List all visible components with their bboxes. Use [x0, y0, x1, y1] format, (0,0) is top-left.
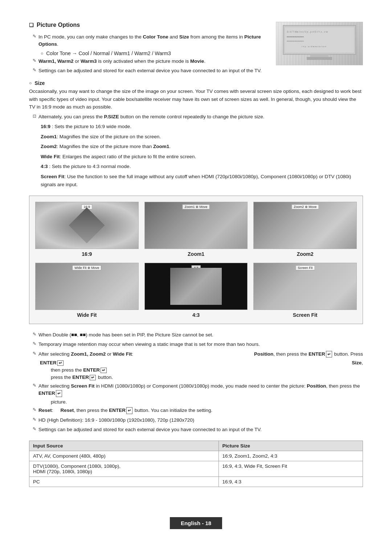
size-paragraph: Occasionally, you may want to change the…	[29, 87, 363, 111]
reset-note: ✎ Reset: Reset, then press the ENTER↵ bu…	[29, 407, 363, 414]
after-note-1: ✎ When Double (■■, ■■) mode has been set…	[29, 331, 363, 339]
note-icon-1: ✎	[33, 34, 36, 39]
size-option-zoom1: Zoom1: Magnifies the size of the picture…	[41, 133, 363, 141]
zoom-note-text: After selecting Zoom1, Zoom2 or Wide Fit…	[38, 351, 363, 358]
image-item-screenfit: Screen Fit Screen Fit	[253, 263, 357, 318]
note-3-text: Settings can be adjusted and stored for …	[38, 67, 262, 74]
screen-preview-zoom2: Zoom2 ⊕ Move	[253, 202, 357, 249]
section-title-text: Picture Options	[37, 22, 80, 28]
after-images-notes: ✎ When Double (■■, ■■) mode has been set…	[29, 331, 363, 433]
settings-note: ✎ Settings can be adjusted and stored fo…	[29, 426, 363, 433]
reset-note-text: Reset: Reset, then press the ENTER↵ butt…	[38, 407, 363, 414]
screen-label-screenfit: Screen Fit	[293, 312, 318, 318]
hd-note: ✎ HD (High Definition): 16:9 - 1080i/108…	[29, 417, 363, 424]
size-option-43: 4:3 : Sets the picture to 4:3 normal mod…	[41, 163, 363, 171]
after-note-text-1: When Double (■■, ■■) mode has been set i…	[38, 331, 213, 339]
after-note-icon-1: ✎	[33, 332, 36, 337]
reset-note-icon: ✎	[33, 407, 36, 412]
screen-label-169: 16:9	[82, 251, 92, 257]
size-options-list: 16:9 : Sets the picture to 16:9 wide mod…	[29, 123, 363, 188]
svg-text:■■■■■■■■■■■■■: ■■■■■■■■■■■■■	[287, 40, 304, 42]
screen-preview-169: 16:9	[35, 202, 139, 249]
inner-43	[170, 268, 221, 305]
note-2: ✎ Warm1, Warm2 or Warm3 is only activate…	[29, 58, 269, 65]
table-row-1: ATV, AV, Component (480i, 480p) 16:9, Zo…	[29, 451, 363, 461]
screen-preview-zoom1: Zoom1 ⊕ Move	[144, 202, 248, 249]
reset-left: Reset:	[38, 407, 53, 414]
after-note-2: ✎ Temporary image retention may occur wh…	[29, 341, 363, 348]
screen-preview-screenfit: Screen Fit	[253, 263, 357, 310]
footer: English - 18	[170, 517, 222, 529]
screen-label-zoom2: Zoom2	[297, 251, 314, 257]
after-note-icon-2: ✎	[33, 341, 36, 346]
screen-label-zoom1: Zoom1	[188, 251, 204, 257]
table-cell-size-2: 16:9, 4:3, Wide Fit, Screen Fit	[219, 461, 363, 477]
overlay-zoom2: Zoom2 ⊕ Move	[291, 204, 319, 209]
screen-label-widefit: Wide Fit	[77, 312, 97, 318]
screenfit-note-text: After selecting Screen Fit in HDMI (1080…	[38, 382, 363, 397]
image-item-zoom1: Zoom1 ⊕ Move Zoom1	[144, 202, 248, 257]
zoom-note: ✎ After selecting Zoom1, Zoom2 or Wide F…	[29, 351, 363, 358]
hd-note-text: HD (High Definition): 16:9 - 1080i/1080p…	[38, 417, 194, 424]
screenfit-note-icon: ✎	[33, 383, 36, 388]
table-cell-size-1: 16:9, Zoom1, Zoom2, 4:3	[219, 451, 363, 461]
reset-right: Reset, then press the ENTER↵ button. You…	[61, 407, 363, 414]
diamond-169	[69, 208, 105, 244]
overlay-screenfit: Screen Fit	[295, 265, 315, 270]
size-option-widefit: Wide Fit: Enlarges the aspect ratio of t…	[41, 153, 363, 161]
after-note-text-2: Temporary image retention may occur when…	[38, 341, 260, 348]
settings-note-text: Settings can be adjusted and stored for …	[38, 426, 262, 433]
image-item-widefit: Wide Fit ⊕ Move Wide Fit	[35, 263, 139, 318]
table-cell-source-2: DTV(1080i), Component (1080i, 1080p),HDM…	[29, 461, 219, 477]
note-3: ✎ Settings can be adjusted and stored fo…	[29, 67, 269, 74]
hd-note-icon: ✎	[33, 417, 36, 422]
zoom-note-left: After selecting Zoom1, Zoom2 or Wide Fit…	[38, 351, 133, 358]
note-1-text: In PC mode, you can only make changes to…	[38, 33, 269, 48]
table-cell-source-3: PC	[29, 477, 219, 487]
size-label: Size	[29, 80, 363, 86]
color-tone-text: Color Tone → Cool / Normal / Warm1 / War…	[46, 50, 171, 56]
screen-images-grid: 16:9 16:9 Zoom1 ⊕ Move Zoom1 Zoom2 ⊕ Mov…	[29, 196, 363, 324]
note-2-text: Warm1, Warm2 or Warm3 is only activated …	[38, 58, 205, 65]
overlay-widefit: Wide Fit ⊕ Move	[72, 265, 101, 270]
image-item-43: 4:3 4:3	[144, 263, 248, 318]
zoom-note-size: Size,	[352, 360, 363, 366]
svg-text:○ n y . u r d w m r o r t u n: ○ n y . u r d w m r o r t u n	[301, 45, 326, 48]
note-1: ✎ In PC mode, you can only make changes …	[29, 33, 269, 48]
screen-preview-43: 4:3	[144, 263, 248, 310]
psize-note-icon: ⊡	[33, 114, 36, 119]
screen-label-43: 4:3	[192, 312, 200, 318]
overlay-zoom1: Zoom1 ⊕ Move	[182, 204, 209, 209]
svg-text:■■■■■■■■■■■■■: ■■■■■■■■■■■■■	[287, 36, 304, 38]
size-option-169: 16:9 : Sets the picture to 16:9 wide mod…	[41, 123, 363, 131]
note-icon-3: ✎	[33, 68, 36, 73]
zoom-note-icon: ✎	[33, 351, 36, 356]
screenfit-note: ✎ After selecting Screen Fit in HDMI (10…	[29, 382, 363, 397]
section-title: Picture Options	[29, 22, 269, 28]
psize-note-text: Alternately, you can press the P.SIZE bu…	[38, 113, 264, 120]
footer-text: English - 18	[181, 520, 211, 526]
picture-word: picture.	[29, 399, 363, 405]
zoom-note-press: press the ENTER↵ button.	[29, 375, 363, 380]
zoom-note-line2: ENTER↵ Size,	[29, 360, 363, 366]
table-header-size: Picture Size	[219, 441, 363, 451]
size-option-screenfit: Screen Fit: Use the function to see the …	[41, 173, 363, 188]
image-item-169: 16:9 16:9	[35, 202, 139, 257]
input-table: Input Source Picture Size ATV, AV, Compo…	[29, 441, 363, 487]
svg-text:S○X T  Wa l n s  V p , p e E t: S○X T Wa l n s V p , p e E t Y z , v w	[287, 30, 328, 33]
table-cell-source-1: ATV, AV, Component (480i, 480p)	[29, 451, 219, 461]
zoom-note-enter: ENTER↵	[40, 360, 64, 366]
zoom-note-right: Position, then press the ENTER↵ button. …	[140, 351, 363, 358]
zoom-note-then: then press the ENTER↵	[29, 367, 363, 373]
table-row-2: DTV(1080i), Component (1080i, 1080p),HDM…	[29, 461, 363, 477]
table-cell-size-3: 16:9, 4:3	[219, 477, 363, 487]
settings-note-icon: ✎	[33, 426, 36, 431]
color-tone-bullet: Color Tone → Cool / Normal / Warm1 / War…	[29, 50, 269, 56]
size-label-text: Size	[34, 80, 45, 86]
psize-note: ⊡ Alternately, you can press the P.SIZE …	[29, 113, 363, 120]
screen-preview-widefit: Wide Fit ⊕ Move	[35, 263, 139, 310]
size-option-zoom2: Zoom2: Magnifies the size of the picture…	[41, 143, 363, 151]
tv-image: S○X T Wa l n s V p , p e E t Y z , v w ■…	[276, 22, 363, 65]
note-icon-2: ✎	[33, 58, 36, 63]
image-item-zoom2: Zoom2 ⊕ Move Zoom2	[253, 202, 357, 257]
